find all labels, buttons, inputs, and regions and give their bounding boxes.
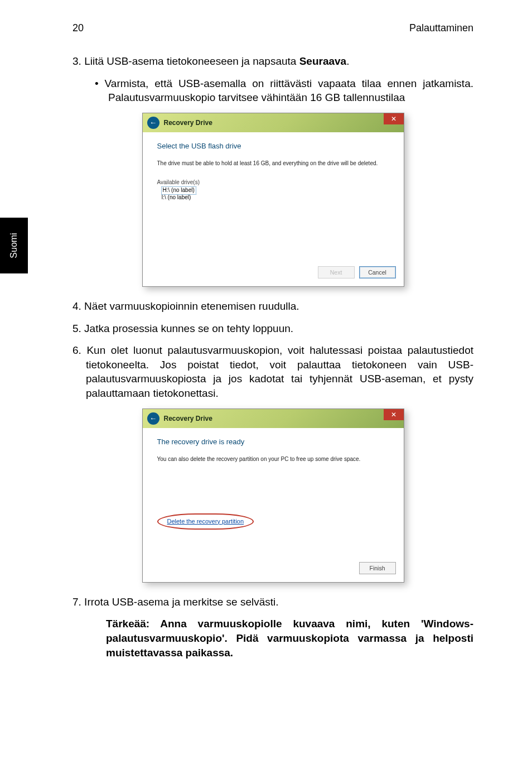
step-3-bullet: Varmista, että USB-asemalla on riittäväs… <box>95 76 473 105</box>
step-6: 6. Kun olet luonut palautusvarmuuskopion… <box>72 343 473 401</box>
arrow-left-icon: ← <box>149 118 157 128</box>
step-5: 5. Jatka prosessia kunnes se on tehty lo… <box>72 321 473 336</box>
close-button[interactable]: ✕ <box>384 409 404 420</box>
drive-h-label: H:\ (no label) <box>162 187 196 194</box>
recovery-dialog-ready: ← Recovery Drive ✕ The recovery drive is… <box>142 409 404 583</box>
cancel-button[interactable]: Cancel <box>359 266 396 278</box>
step-3-text-c: . <box>346 55 349 67</box>
page-number: 20 <box>72 22 84 34</box>
dialog-subtext: You can also delete the recovery partiti… <box>157 455 389 463</box>
next-button[interactable]: Next <box>318 266 355 278</box>
dialog-subtext: The drive must be able to hold at least … <box>157 160 389 167</box>
language-side-tab: Suomi <box>0 218 28 273</box>
back-button[interactable]: ← <box>147 412 159 425</box>
step-7: 7. Irrota USB-asema ja merkitse se selvä… <box>72 595 473 609</box>
drive-item-i[interactable]: I:\ (no label) <box>157 194 389 201</box>
dialog-title: Recovery Drive <box>164 118 212 127</box>
close-icon: ✕ <box>391 114 396 123</box>
finish-button[interactable]: Finish <box>359 562 396 574</box>
section-title: Palauttaminen <box>409 22 473 34</box>
page-header: 20 Palauttaminen <box>72 22 473 34</box>
drive-i-label: I:\ (no label) <box>162 194 191 200</box>
step-3-number: 3. <box>72 55 84 67</box>
back-button[interactable]: ← <box>147 117 159 129</box>
arrow-left-icon: ← <box>149 414 157 424</box>
close-button[interactable]: ✕ <box>384 113 404 124</box>
dialog-heading: Select the USB flash drive <box>157 141 389 151</box>
step-4: 4. Näet varmuuskopioinnin etenemisen ruu… <box>72 299 473 314</box>
dialog-titlebar: ← Recovery Drive ✕ <box>143 113 404 132</box>
recovery-dialog-select-drive: ← Recovery Drive ✕ Select the USB flash … <box>142 113 404 287</box>
dialog-heading: The recovery drive is ready <box>157 437 389 447</box>
step-3: 3. Liitä USB-asema tietokoneeseen ja nap… <box>72 54 473 69</box>
highlight-circle: Delete the recovery partition <box>157 513 254 530</box>
important-note: Tärkeää: Anna varmuuskopiolle kuvaava ni… <box>106 617 473 660</box>
dialog-title: Recovery Drive <box>164 414 212 423</box>
drive-item-h[interactable]: H:\ (no label) <box>157 187 389 194</box>
step-3-bold: Seuraava <box>299 55 347 67</box>
delete-partition-link[interactable]: Delete the recovery partition <box>162 516 250 527</box>
close-icon: ✕ <box>391 410 396 419</box>
dialog-titlebar: ← Recovery Drive ✕ <box>143 409 404 428</box>
step-3-text-a: Liitä USB-asema tietokoneeseen ja napsau… <box>84 55 299 67</box>
side-tab-label: Suomi <box>9 233 19 258</box>
available-drives-label: Available drive(s) <box>157 179 389 186</box>
